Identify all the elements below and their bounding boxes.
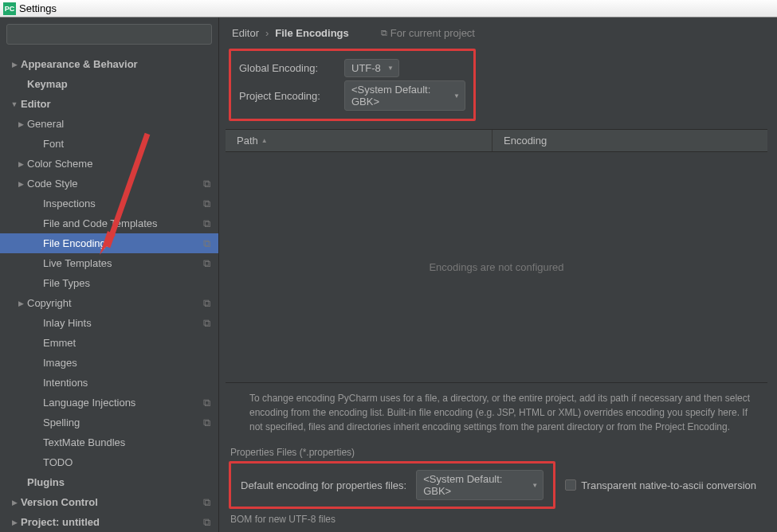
sidebar-item-label: Editor [21, 98, 51, 110]
search-input[interactable] [6, 24, 212, 45]
empty-state-text: Encodings are not configured [429, 261, 563, 273]
project-scope-icon: ⧉ [203, 516, 210, 529]
properties-encoding-dropdown[interactable]: <System Default: GBK> [416, 470, 544, 500]
app-icon: PC [3, 2, 16, 15]
sort-asc-icon: ▲ [261, 137, 268, 144]
sidebar-item-label: Font [43, 138, 64, 150]
settings-sidebar: ⌕ ▶Appearance & BehaviorKeymap▼Editor▶Ge… [0, 18, 219, 532]
encoding-hint: To change encoding PyCharm uses for a fi… [226, 383, 767, 442]
sidebar-item-inlay-hints[interactable]: Inlay Hints⧉ [0, 313, 218, 333]
project-scope-icon: ⧉ [203, 317, 210, 330]
sidebar-item-file-encodings[interactable]: File Encodings⧉ [0, 233, 218, 253]
project-scope-icon: ⧉ [203, 496, 210, 509]
sidebar-item-color-scheme[interactable]: ▶Color Scheme [0, 154, 218, 174]
column-path[interactable]: Path ▲ [226, 130, 492, 151]
settings-content: Editor › File Encodings ⧉ For current pr… [219, 18, 777, 532]
sidebar-item-images[interactable]: Images [0, 353, 218, 373]
sidebar-item-label: General [27, 118, 64, 130]
expander-icon: ▶ [16, 120, 26, 128]
global-encoding-dropdown[interactable]: UTF-8 [344, 59, 399, 77]
sidebar-item-intentions[interactable]: Intentions [0, 373, 218, 393]
sidebar-item-label: Inspections [43, 198, 96, 209]
copy-icon: ⧉ [381, 28, 387, 38]
sidebar-item-label: File and Code Templates [43, 217, 158, 229]
sidebar-item-label: File Encodings [43, 237, 111, 249]
bom-section-label: BOM for new UTF-8 files [226, 510, 767, 528]
project-scope-icon: ⧉ [203, 178, 210, 190]
properties-encoding-label: Default encoding for properties files: [241, 479, 406, 491]
sidebar-item-label: TODO [43, 456, 73, 468]
sidebar-item-label: Project: untitled [21, 516, 100, 528]
sidebar-item-language-injections[interactable]: Language Injections⧉ [0, 393, 218, 413]
sidebar-item-label: Keymap [27, 78, 68, 90]
sidebar-item-label: Color Scheme [27, 158, 92, 170]
sidebar-item-label: TextMate Bundles [43, 436, 125, 448]
encoding-table-header: Path ▲ Encoding [226, 129, 767, 152]
sidebar-item-plugins[interactable]: Plugins [0, 472, 218, 492]
sidebar-item-label: Images [43, 357, 77, 369]
column-encoding[interactable]: Encoding [492, 130, 767, 151]
sidebar-item-label: Live Templates [43, 257, 112, 269]
expander-icon: ▶ [10, 499, 19, 507]
encoding-highlight: Global Encoding: UTF-8 Project Encoding:… [229, 49, 476, 121]
sidebar-item-label: Version Control [21, 496, 98, 508]
sidebar-item-appearance-behavior[interactable]: ▶Appearance & Behavior [0, 54, 218, 74]
project-scope-icon: ⧉ [203, 198, 210, 210]
sidebar-item-label: Plugins [27, 476, 65, 488]
sidebar-item-label: Spelling [43, 417, 80, 428]
sidebar-item-live-templates[interactable]: Live Templates⧉ [0, 253, 218, 273]
breadcrumb-separator: › [265, 27, 269, 39]
breadcrumb-parent[interactable]: Editor [232, 27, 259, 39]
sidebar-item-label: Inlay Hints [43, 317, 92, 329]
sidebar-item-copyright[interactable]: ▶Copyright⧉ [0, 293, 218, 313]
sidebar-item-file-types[interactable]: File Types [0, 273, 218, 293]
expander-icon: ▶ [16, 160, 26, 168]
project-scope-badge: ⧉ For current project [381, 27, 475, 39]
sidebar-item-general[interactable]: ▶General [0, 114, 218, 134]
window-titlebar: PC Settings [0, 0, 777, 18]
sidebar-item-textmate-bundles[interactable]: TextMate Bundles [0, 432, 218, 452]
sidebar-item-label: Language Injections [43, 397, 135, 409]
transparent-ascii-checkbox[interactable]: Transparent native-to-ascii conversion [565, 479, 756, 491]
properties-highlight: Default encoding for properties files: <… [229, 461, 555, 509]
sidebar-item-inspections[interactable]: Inspections⧉ [0, 194, 218, 213]
sidebar-item-font[interactable]: Font [0, 134, 218, 154]
sidebar-item-label: Appearance & Behavior [21, 58, 138, 70]
settings-tree: ▶Appearance & BehaviorKeymap▼Editor▶Gene… [0, 51, 218, 532]
sidebar-item-todo[interactable]: TODO [0, 452, 218, 472]
project-encoding-label: Project Encoding: [239, 90, 335, 102]
project-scope-icon: ⧉ [203, 237, 210, 250]
expander-icon: ▶ [10, 518, 19, 526]
sidebar-item-keymap[interactable]: Keymap [0, 74, 218, 94]
project-scope-icon: ⧉ [203, 257, 210, 270]
sidebar-item-version-control[interactable]: ▶Version Control⧉ [0, 492, 218, 512]
sidebar-item-label: Copyright [27, 297, 72, 309]
sidebar-item-file-and-code-templates[interactable]: File and Code Templates⧉ [0, 213, 218, 233]
sidebar-item-label: File Types [43, 277, 90, 289]
project-encoding-dropdown[interactable]: <System Default: GBK> [344, 80, 465, 111]
global-encoding-label: Global Encoding: [239, 62, 335, 74]
expander-icon: ▶ [16, 299, 26, 307]
window-title: Settings [19, 2, 57, 14]
expander-icon: ▼ [10, 100, 19, 108]
expander-icon: ▶ [16, 180, 26, 188]
breadcrumb-current: File Encodings [275, 27, 348, 39]
sidebar-item-emmet[interactable]: Emmet [0, 333, 218, 353]
sidebar-item-project-untitled[interactable]: ▶Project: untitled⧉ [0, 512, 218, 532]
sidebar-item-label: Emmet [43, 337, 76, 349]
properties-section-label: Properties Files (*.properties) [226, 444, 767, 461]
sidebar-item-editor[interactable]: ▼Editor [0, 94, 218, 114]
checkbox-icon [565, 479, 576, 491]
expander-icon: ▶ [10, 61, 19, 68]
encoding-table-body: Encodings are not configured [226, 152, 767, 383]
sidebar-item-label: Intentions [43, 377, 88, 389]
sidebar-item-label: Code Style [27, 178, 78, 190]
project-scope-icon: ⧉ [203, 397, 210, 409]
sidebar-item-code-style[interactable]: ▶Code Style⧉ [0, 174, 218, 194]
project-scope-icon: ⧉ [203, 217, 210, 230]
project-scope-icon: ⧉ [203, 417, 210, 429]
sidebar-item-spelling[interactable]: Spelling⧉ [0, 413, 218, 432]
project-scope-icon: ⧉ [203, 297, 210, 310]
breadcrumb: Editor › File Encodings [232, 27, 349, 39]
